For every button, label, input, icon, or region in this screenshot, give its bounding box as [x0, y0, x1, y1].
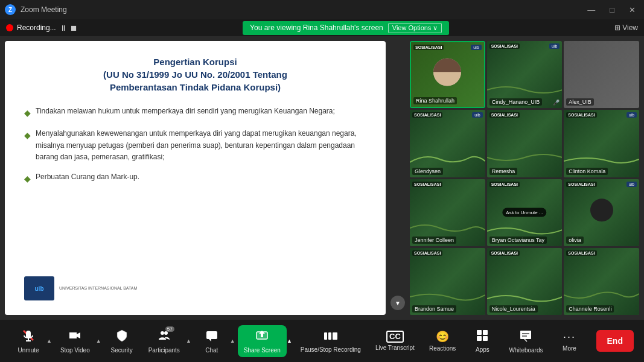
view-label[interactable]: ⊞ View — [614, 24, 638, 32]
toolbar: Unmute ▲ Stop Video ▲ Security — [0, 320, 644, 362]
svg-rect-13 — [328, 332, 331, 340]
slide-content: ◆ Tindakan melawan hukum untuk memperkay… — [24, 106, 366, 194]
share-screen-caret[interactable]: ▲ — [287, 338, 292, 344]
sosialisasi-badge-9: SOSIALISASI — [566, 182, 596, 187]
reactions-icon: 😊 — [436, 330, 449, 343]
share-screen-button[interactable]: Share Screen — [238, 325, 287, 357]
apps-icon — [476, 329, 489, 345]
maximize-button[interactable]: □ — [606, 4, 618, 16]
stop-video-button[interactable]: Stop Video — [54, 325, 96, 357]
unmute-caret[interactable]: ▲ — [46, 338, 52, 344]
wave-deco-2 — [487, 81, 563, 99]
title-bar: Z Zoom Meeting — □ ✕ — [0, 0, 644, 19]
reactions-label: Reactions — [429, 345, 456, 352]
participants-group: 57 Participants ▲ — [142, 325, 191, 357]
security-icon — [115, 329, 129, 345]
name-clinton: Clinton Komala — [566, 168, 608, 175]
svg-marker-4 — [69, 332, 77, 338]
more-label: More — [563, 345, 576, 352]
sosialisasi-badge-2: SOSIALISASI — [489, 43, 520, 49]
uib-badge-6: uib — [626, 112, 637, 118]
presentation-panel: Pengertian Korupsi (UU No 31/1999 Jo UU … — [5, 41, 386, 315]
app-icon: Z — [5, 4, 16, 15]
ask-unmute-overlay[interactable]: Ask to Unmute ... — [502, 208, 546, 217]
share-screen-icon — [255, 329, 269, 345]
main-content: Pengertian Korupsi (UU No 31/1999 Jo UU … — [0, 36, 644, 320]
svg-marker-5 — [77, 332, 80, 338]
video-cell-remesha: SOSIALISASI Remesha — [487, 110, 563, 177]
scroll-arrow-icon[interactable]: ▼ — [391, 296, 405, 310]
mute-icon-cindy: 🎤 — [553, 100, 560, 106]
recording-controls[interactable]: ⏸ ⏹ — [60, 24, 78, 33]
video-cell-channele: SOSIALISASI Channele Rosenli — [564, 248, 639, 315]
close-button[interactable]: ✕ — [625, 4, 639, 16]
svg-rect-19 — [520, 331, 531, 339]
share-screen-label: Share Screen — [244, 347, 281, 354]
wave-deco-7 — [410, 219, 485, 237]
minimize-button[interactable]: — — [584, 4, 599, 16]
svg-rect-14 — [333, 332, 337, 340]
chat-button[interactable]: Chat — [194, 325, 230, 357]
participants-button[interactable]: 57 Participants — [142, 325, 186, 357]
participants-caret[interactable]: ▲ — [186, 338, 191, 344]
avatar-rina — [433, 58, 461, 86]
reactions-button[interactable]: 😊 Reactions — [423, 326, 462, 355]
svg-line-22 — [524, 339, 527, 341]
video-cell-rina: SOSIALISASI uib Rina Shahrullah — [410, 41, 485, 108]
wave-deco-5 — [487, 150, 563, 168]
participants-icon: 57 — [158, 329, 171, 345]
name-glendysen: Glendysen — [412, 168, 443, 175]
uib-logo: uib — [24, 276, 54, 300]
wave-deco-12 — [564, 288, 639, 306]
wave-deco-11 — [487, 288, 563, 306]
title-bar-left: Z Zoom Meeting — [5, 4, 67, 15]
stop-video-group: Stop Video ▲ — [54, 325, 101, 357]
name-channele: Channele Rosenli — [566, 305, 614, 313]
viewing-banner: You are viewing Rina Shahrullah's screen… — [243, 21, 449, 35]
unmute-group: Unmute ▲ — [10, 325, 52, 357]
unmute-icon — [22, 329, 35, 345]
name-rina: Rina Shahrullah — [413, 97, 457, 104]
ask-unmute-text: Ask to Unmute ... — [506, 210, 543, 215]
live-transcript-button[interactable]: CC Live Transcript — [369, 327, 421, 355]
video-cell-olivia: SOSIALISASI uib olivia — [564, 179, 639, 246]
stop-video-caret[interactable]: ▲ — [96, 338, 101, 344]
chat-caret[interactable]: ▲ — [230, 338, 235, 344]
sosialisasi-badge-4: SOSIALISASI — [412, 112, 442, 118]
bullet-3: ◆ Perbuatan Curang dan Mark-up. — [24, 171, 366, 185]
uib-logo-text: UNIVERSITAS INTERNASIONAL BATAM — [59, 285, 137, 291]
recording-status: Recording... ⏸ ⏹ — [6, 24, 78, 33]
recording-dot — [6, 24, 13, 31]
name-nicole: Nicole_Lourentsia — [489, 305, 538, 313]
sosialisasi-badge-11: SOSIALISASI — [489, 250, 520, 256]
wave-deco-6 — [564, 150, 639, 168]
security-label: Security — [111, 347, 133, 354]
wave-deco-8 — [487, 219, 563, 237]
apps-button[interactable]: Apps — [464, 325, 500, 357]
apps-label: Apps — [476, 346, 489, 353]
unmute-button[interactable]: Unmute — [10, 325, 46, 357]
window-controls[interactable]: — □ ✕ — [584, 4, 639, 16]
stop-video-icon — [68, 329, 81, 345]
stop-recording-icon[interactable]: ⏹ — [70, 24, 78, 33]
video-cell-alex: Alex_UIB — [564, 41, 639, 108]
video-cell-nicole: SOSIALISASI Nicole_Lourentsia — [487, 248, 563, 315]
recording-label: Recording... — [17, 24, 56, 32]
whiteboards-button[interactable]: Whiteboards — [503, 325, 549, 357]
more-button[interactable]: ··· More — [552, 327, 588, 355]
pause-recording-icon[interactable]: ⏸ — [60, 24, 68, 33]
sosialisasi-badge-6: SOSIALISASI — [566, 112, 596, 118]
security-button[interactable]: Security — [104, 325, 140, 357]
share-screen-group: Share Screen ▲ — [238, 325, 292, 357]
pause-recording-button[interactable]: Pause/Stop Recording — [295, 326, 367, 357]
wave-deco-4 — [410, 150, 485, 168]
avatar-olivia — [590, 198, 613, 221]
more-icon: ··· — [563, 331, 576, 343]
svg-rect-18 — [483, 336, 488, 341]
name-jennifer: Jennifer Colleen — [412, 237, 456, 244]
bullet-text-1: Tindakan melawan hukum untuk memperkaya … — [36, 106, 335, 117]
video-cell-bryan: SOSIALISASI Ask to Unmute ... Bryan Octa… — [487, 179, 563, 246]
view-options-button[interactable]: View Options ∨ — [388, 23, 442, 33]
slide-title: Pengertian Korupsi (UU No 31/1999 Jo UU … — [24, 56, 366, 94]
end-button[interactable]: End — [596, 330, 634, 352]
